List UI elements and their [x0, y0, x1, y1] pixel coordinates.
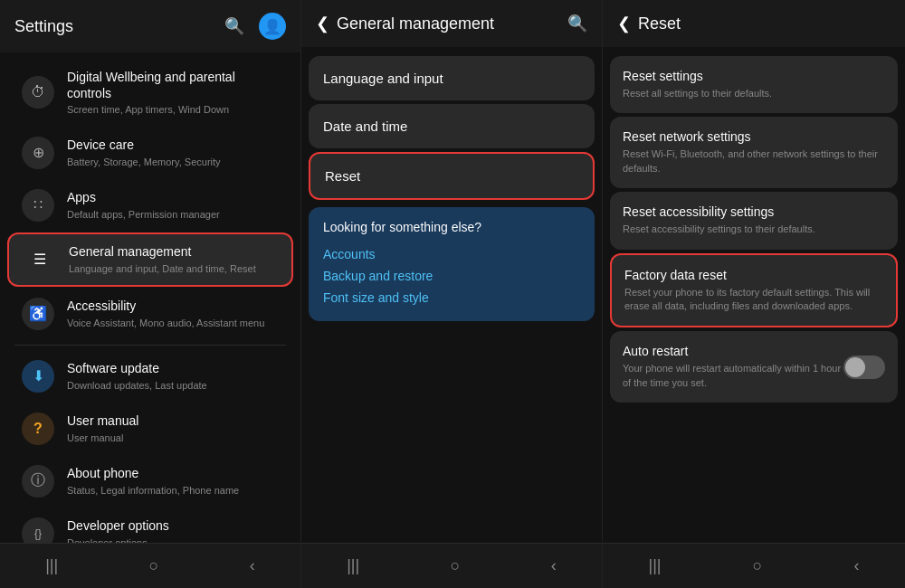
developer-options-subtitle: Developer options [67, 536, 279, 543]
back-button[interactable]: ‹ [239, 553, 266, 579]
software-update-text: Software update Download updates, Last u… [67, 360, 279, 391]
factory-reset-subtitle: Reset your phone to its factory default … [624, 286, 883, 314]
auto-restart-item[interactable]: Auto restart Your phone will restart aut… [610, 331, 898, 403]
sidebar-item-accessibility[interactable]: ♿ Accessibility Voice Assistant, Mono au… [7, 289, 293, 339]
digital-wellbeing-text: Digital Wellbeing and parental controls … [67, 69, 279, 117]
software-update-title: Software update [67, 360, 279, 376]
reset-panel: ❮ Reset Reset settings Reset all setting… [603, 0, 905, 588]
reset-list: Reset settings Reset all settings to the… [603, 47, 905, 543]
reset-back-button[interactable]: ❮ Reset [617, 14, 681, 33]
accessibility-text: Accessibility Voice Assistant, Mono audi… [67, 298, 279, 328]
back-arrow-icon: ❮ [316, 14, 329, 33]
about-phone-icon: ⓘ [22, 465, 54, 498]
reset-item[interactable]: Reset [309, 152, 595, 200]
developer-options-icon: {} [22, 517, 54, 543]
date-time-item[interactable]: Date and time [309, 104, 595, 148]
about-phone-subtitle: Status, Legal information, Phone name [67, 484, 279, 497]
user-manual-text: User manual User manual [67, 413, 279, 443]
general-management-title: General management [69, 243, 277, 260]
settings-list: ⏱ Digital Wellbeing and parental control… [0, 52, 300, 543]
reset-accessibility-subtitle: Reset accessibility settings to their de… [623, 223, 885, 236]
device-care-text: Device care Battery, Storage, Memory, Se… [67, 137, 279, 167]
digital-wellbeing-subtitle: Screen time, App timers, Wind Down [67, 103, 279, 116]
reset-label: Reset [325, 168, 360, 184]
factory-reset-item[interactable]: Factory data reset Reset your phone to i… [610, 253, 898, 328]
gm-recents-button[interactable]: ||| [336, 553, 370, 579]
reset-accessibility-title: Reset accessibility settings [623, 204, 885, 219]
reset-header: ❮ Reset [603, 0, 905, 47]
digital-wellbeing-icon: ⏱ [22, 76, 54, 109]
avatar[interactable]: 👤 [259, 13, 286, 40]
accounts-link[interactable]: Accounts [323, 243, 580, 265]
auto-restart-toggle[interactable] [843, 356, 885, 379]
sidebar-item-about-phone[interactable]: ⓘ About phone Status, Legal information,… [7, 456, 293, 507]
general-management-text: General management Language and input, D… [69, 243, 277, 274]
reset-home-button[interactable]: ○ [742, 553, 774, 579]
general-management-header: ❮ General management 🔍 [301, 0, 602, 47]
software-update-subtitle: Download updates, Last update [67, 379, 279, 392]
reset-network-item[interactable]: Reset network settings Reset Wi-Fi, Blue… [610, 117, 898, 188]
accessibility-icon: ♿ [22, 298, 54, 330]
user-manual-icon: ? [22, 413, 54, 445]
apps-subtitle: Default apps, Permission manager [67, 208, 279, 221]
user-manual-subtitle: User manual [67, 432, 279, 444]
auto-restart-subtitle: Your phone will restart automatically wi… [623, 362, 843, 390]
developer-options-text: Developer options Developer options [67, 517, 279, 543]
apps-title: Apps [67, 189, 279, 205]
accessibility-subtitle: Voice Assistant, Mono audio, Assistant m… [67, 317, 279, 329]
gm-home-button[interactable]: ○ [440, 553, 472, 579]
reset-settings-item[interactable]: Reset settings Reset all settings to the… [610, 56, 898, 113]
reset-settings-title: Reset settings [623, 69, 885, 83]
sidebar-item-general-management[interactable]: ☰ General management Language and input,… [7, 232, 293, 287]
settings-title: Settings [14, 17, 73, 36]
settings-header: Settings 🔍 👤 [0, 0, 300, 52]
apps-icon: ∷ [22, 189, 54, 222]
general-management-bottom-nav: ||| ○ ‹ [301, 543, 602, 588]
about-phone-title: About phone [67, 465, 279, 481]
toggle-thumb [845, 357, 865, 377]
device-care-title: Device care [67, 137, 279, 153]
device-care-subtitle: Battery, Storage, Memory, Security [67, 156, 279, 168]
user-manual-title: User manual [67, 413, 279, 429]
accessibility-title: Accessibility [67, 298, 279, 314]
device-care-icon: ⊕ [22, 137, 54, 169]
general-management-search-icon[interactable]: 🔍 [567, 14, 587, 33]
sidebar-item-software-update[interactable]: ⬇ Software update Download updates, Last… [7, 351, 293, 402]
developer-options-title: Developer options [67, 517, 279, 534]
sidebar-item-developer-options[interactable]: {} Developer options Developer options [7, 508, 293, 543]
auto-restart-title: Auto restart [623, 344, 843, 358]
software-update-icon: ⬇ [22, 360, 54, 393]
general-management-list: Language and input Date and time Reset L… [301, 47, 602, 543]
reset-back-nav-button[interactable]: ‹ [843, 553, 870, 579]
recents-button[interactable]: ||| [34, 553, 69, 579]
sidebar-item-device-care[interactable]: ⊕ Device care Battery, Storage, Memory, … [7, 128, 293, 178]
digital-wellbeing-title: Digital Wellbeing and parental controls [67, 69, 279, 101]
reset-settings-subtitle: Reset all settings to their defaults. [623, 87, 885, 100]
reset-accessibility-item[interactable]: Reset accessibility settings Reset acces… [610, 192, 898, 249]
language-input-item[interactable]: Language and input [309, 56, 595, 100]
language-input-label: Language and input [323, 71, 443, 86]
reset-back-arrow-icon: ❮ [617, 14, 631, 33]
general-management-subtitle: Language and input, Date and time, Reset [69, 262, 277, 275]
backup-restore-link[interactable]: Backup and restore [323, 265, 580, 287]
general-management-icon: ☰ [24, 243, 56, 276]
apps-text: Apps Default apps, Permission manager [67, 189, 279, 220]
gm-back-button[interactable]: ‹ [540, 553, 567, 579]
sidebar-item-digital-wellbeing[interactable]: ⏱ Digital Wellbeing and parental control… [7, 60, 293, 126]
date-time-label: Date and time [323, 119, 407, 134]
suggestion-title: Looking for something else? [323, 220, 580, 234]
reset-network-title: Reset network settings [623, 129, 885, 144]
sidebar-item-user-manual[interactable]: ? User manual User manual [7, 403, 293, 454]
settings-bottom-nav: ||| ○ ‹ [0, 543, 300, 588]
auto-restart-text: Auto restart Your phone will restart aut… [623, 344, 843, 390]
general-management-title: General management [337, 14, 494, 33]
sidebar-item-apps[interactable]: ∷ Apps Default apps, Permission manager [7, 180, 293, 231]
general-management-panel: ❮ General management 🔍 Language and inpu… [301, 0, 603, 588]
font-size-style-link[interactable]: Font size and style [323, 287, 580, 308]
reset-bottom-nav: ||| ○ ‹ [603, 543, 905, 588]
search-icon[interactable]: 🔍 [224, 16, 244, 36]
home-button[interactable]: ○ [138, 553, 170, 579]
reset-recents-button[interactable]: ||| [638, 553, 672, 579]
general-management-back-button[interactable]: ❮ General management [316, 14, 494, 33]
settings-panel: Settings 🔍 👤 ⏱ Digital Wellbeing and par… [0, 0, 301, 588]
